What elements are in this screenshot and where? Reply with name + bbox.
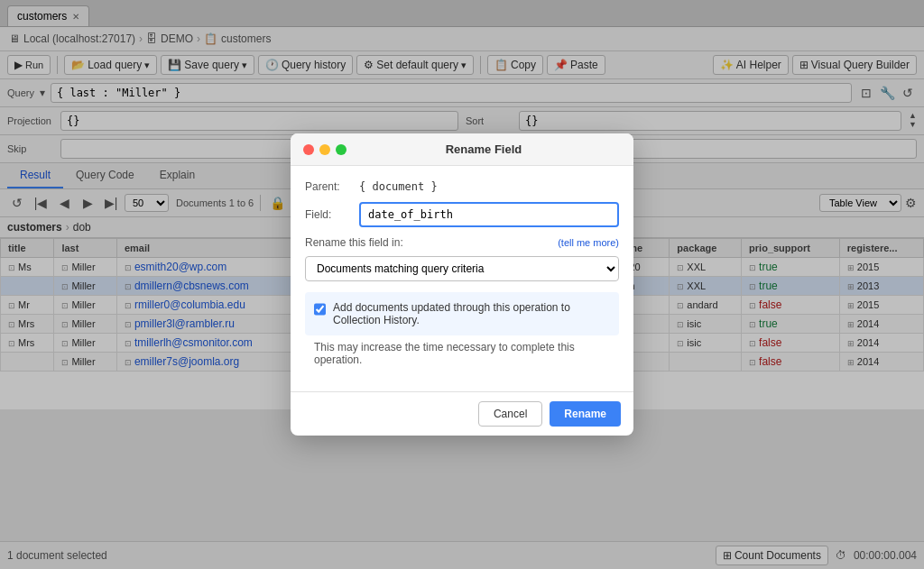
modal-close-dot[interactable] [303, 144, 314, 155]
rename-field-modal: Rename Field Parent: { document } Field:… [291, 133, 633, 436]
collection-history-row: Add documents updated through this opera… [305, 292, 619, 335]
modal-window-controls [303, 144, 346, 155]
rename-dropdown-row: Documents matching query criteria All do… [305, 256, 619, 281]
parent-value: { document } [359, 180, 438, 193]
rename-in-row: Rename this field in: (tell me more) [305, 236, 619, 249]
collection-history-checkbox[interactable] [314, 303, 326, 316]
modal-overlay: Rename Field Parent: { document } Field:… [0, 0, 924, 569]
field-row: Field: [305, 202, 619, 227]
modal-body: Parent: { document } Field: Rename this … [291, 166, 633, 391]
modal-subtext: This may increase the time necessary to … [305, 341, 619, 377]
field-input[interactable] [359, 202, 619, 227]
rename-in-label: Rename this field in: [305, 236, 558, 249]
field-label: Field: [305, 208, 359, 221]
rename-button[interactable]: Rename [550, 401, 621, 427]
modal-footer: Cancel Rename [291, 391, 633, 436]
tell-me-more-link[interactable]: (tell me more) [558, 237, 619, 248]
parent-row: Parent: { document } [305, 180, 619, 193]
modal-maximize-dot[interactable] [336, 144, 346, 155]
modal-titlebar: Rename Field [291, 133, 633, 166]
parent-label: Parent: [305, 180, 359, 193]
modal-minimize-dot[interactable] [319, 144, 330, 155]
rename-in-dropdown[interactable]: Documents matching query criteria All do… [305, 256, 619, 281]
collection-history-text: Add documents updated through this opera… [333, 301, 610, 326]
cancel-button[interactable]: Cancel [478, 401, 542, 427]
modal-title: Rename Field [346, 142, 621, 156]
